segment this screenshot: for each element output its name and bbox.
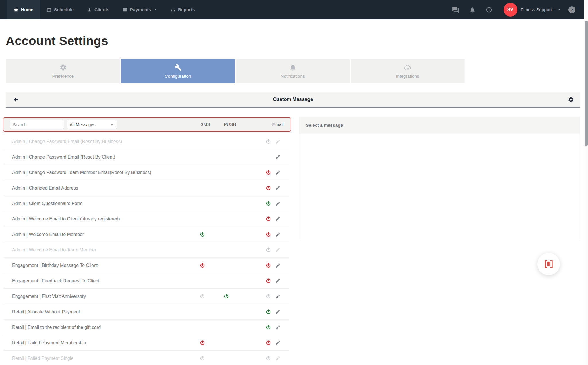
edit-pencil-icon[interactable] [275, 309, 281, 315]
nav-item-label: Home [21, 7, 33, 12]
email-toggle-icon[interactable] [266, 294, 271, 299]
sms-toggle-icon[interactable] [200, 356, 205, 361]
section-gear-icon[interactable] [568, 97, 574, 103]
nav-item-payments[interactable]: Payments [116, 0, 164, 19]
message-row-retail-allocate-without-payment: Retail | Allocate Without Payment [3, 304, 289, 320]
message-label: Admin | Welcome Email to Team Member [12, 247, 96, 253]
bar-chart-icon [171, 7, 175, 12]
email-toggle-icon[interactable] [266, 356, 271, 361]
email-toggle-icon[interactable] [266, 139, 271, 145]
notifications-bell-icon[interactable] [469, 7, 475, 13]
person-icon [87, 7, 92, 12]
tab-preference[interactable]: Preference [6, 59, 120, 83]
preview-panel-body [299, 134, 580, 239]
email-toggle-icon[interactable] [266, 278, 271, 284]
message-filter-bar: All Messages SMS PUSH Email [3, 117, 291, 132]
email-toggle-icon[interactable] [266, 309, 271, 315]
email-toggle-icon[interactable] [266, 325, 271, 330]
nav-item-clients[interactable]: Clients [80, 0, 116, 19]
message-label: Admin | Change Password Email (Reset By … [12, 155, 115, 160]
email-toggle-icon[interactable] [266, 170, 271, 175]
edit-pencil-icon[interactable] [275, 356, 281, 361]
account-caret-down-icon[interactable] [558, 8, 561, 11]
message-label: Engagement | Feedback Request To Client [12, 278, 100, 284]
email-toggle-icon[interactable] [266, 185, 271, 191]
message-label: Retail | Allocate Without Payment [12, 309, 80, 315]
page-title: Account Settings [6, 34, 108, 48]
wrench-icon [174, 64, 182, 71]
message-type-select-value: All Messages [70, 122, 95, 127]
chevron-down-icon [110, 123, 114, 126]
edit-pencil-icon[interactable] [275, 185, 281, 191]
search-input[interactable] [10, 120, 64, 129]
gear-icon [59, 64, 67, 71]
message-row-engagement-birthday-message-to-client: Engagement | Birthday Message To Client [3, 258, 289, 273]
edit-pencil-icon[interactable] [275, 170, 281, 175]
cloud-link-icon [404, 64, 411, 71]
edit-pencil-icon[interactable] [275, 278, 281, 284]
message-label: Admin | Change Password Email (Reset By … [12, 139, 122, 144]
edit-pencil-icon[interactable] [275, 294, 281, 299]
nav-item-label: Clients [94, 7, 109, 12]
column-header-email: Email [272, 122, 284, 127]
message-label: Admin | Changed Email Address [12, 186, 78, 191]
page-scrollbar[interactable] [584, 0, 588, 365]
message-label: Engagement | Birthday Message To Client [12, 263, 98, 268]
message-row-admin-welcome-email-to-client-already-registered: Admin | Welcome Email to Client (already… [3, 211, 289, 227]
caret-down-icon [154, 8, 157, 11]
nav-item-reports[interactable]: Reports [164, 0, 202, 19]
chat-icon[interactable] [452, 6, 459, 13]
column-header-push: PUSH [224, 122, 236, 127]
message-label: Retail | Failed Payment Membership [12, 340, 86, 346]
message-row-admin-change-password-email-reset-by-client: Admin | Change Password Email (Reset By … [3, 149, 289, 165]
message-row-admin-client-questionnaire-form: Admin | Client Questionnaire Form [3, 196, 289, 211]
email-toggle-icon[interactable] [266, 247, 271, 253]
email-toggle-icon[interactable] [266, 232, 271, 237]
section-title: Custom Message [273, 97, 313, 102]
message-row-retail-failed-payment-single: Retail | Failed Payment Single [3, 351, 289, 365]
edit-pencil-icon[interactable] [275, 216, 281, 222]
sms-toggle-icon[interactable] [200, 340, 205, 346]
message-row-admin-change-password-team-member-email-reset-by-business: Admin | Change Password Team Member Emai… [3, 165, 289, 180]
column-header-sms: SMS [200, 122, 210, 127]
home-icon [13, 7, 18, 12]
message-row-admin-welcome-email-to-team-member: Admin | Welcome Email to Team Member [3, 242, 289, 258]
avatar[interactable]: SV [504, 3, 517, 17]
help-icon[interactable]: ? [568, 6, 575, 13]
message-label: Admin | Client Questionnaire Form [12, 201, 82, 206]
nav-item-home[interactable]: Home [7, 0, 40, 19]
sms-toggle-icon[interactable] [200, 294, 205, 299]
edit-pencil-icon[interactable] [275, 247, 281, 253]
sms-toggle-icon[interactable] [200, 232, 205, 237]
clock-icon[interactable] [486, 7, 492, 13]
edit-pencil-icon[interactable] [275, 325, 281, 330]
edit-pencil-icon[interactable] [275, 154, 281, 160]
nav-right-cluster: SV Fitness Support... ? [452, 0, 575, 19]
email-toggle-icon[interactable] [266, 263, 271, 268]
edit-pencil-icon[interactable] [275, 232, 281, 237]
message-row-admin-welcome-email-to-member: Admin | Welcome Email to Member [3, 227, 289, 242]
email-toggle-icon[interactable] [266, 201, 271, 206]
back-arrow-icon[interactable] [13, 96, 19, 103]
tab-configuration[interactable]: Configuration [121, 59, 235, 83]
message-row-engagement-first-visit-anniversary: Engagement | First Visit Anniversary [3, 289, 289, 304]
tab-notifications[interactable]: Notifications [236, 59, 350, 83]
nav-item-schedule[interactable]: Schedule [40, 0, 80, 19]
edit-pencil-icon[interactable] [275, 263, 281, 268]
message-row-admin-change-password-email-reset-by-business: Admin | Change Password Email (Reset By … [3, 134, 289, 149]
nav-item-label: Reports [178, 7, 195, 12]
settings-tabs: PreferenceConfigurationNotificationsInte… [6, 59, 465, 83]
email-toggle-icon[interactable] [266, 216, 271, 222]
account-name[interactable]: Fitness Support... [521, 7, 556, 12]
barcode-scan-button[interactable] [537, 253, 560, 275]
edit-pencil-icon[interactable] [275, 340, 281, 346]
push-toggle-icon[interactable] [223, 294, 229, 299]
edit-pencil-icon[interactable] [275, 201, 281, 206]
tab-integrations[interactable]: Integrations [351, 59, 465, 83]
message-type-select[interactable]: All Messages [67, 120, 117, 129]
scrollbar-thumb[interactable] [585, 21, 588, 146]
email-toggle-icon[interactable] [266, 340, 271, 346]
edit-pencil-icon[interactable] [275, 139, 281, 144]
card-icon [123, 7, 127, 12]
sms-toggle-icon[interactable] [200, 263, 205, 268]
